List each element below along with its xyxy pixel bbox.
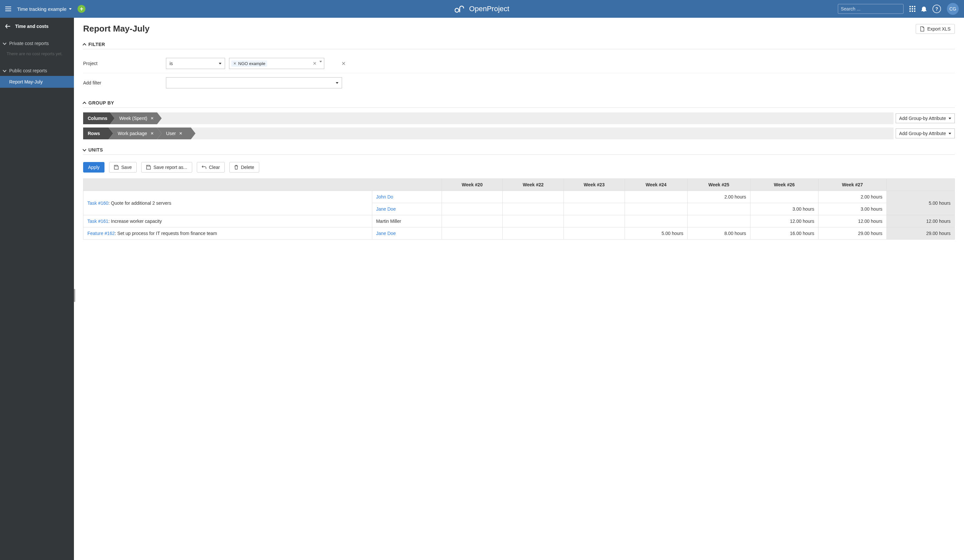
col-header: Week #24 (625, 179, 687, 191)
trash-icon (234, 165, 238, 169)
user-cell: Martin Miller (372, 215, 441, 228)
menu-toggle[interactable] (5, 7, 11, 11)
brand-logo: OpenProject (455, 5, 509, 13)
apply-button[interactable]: Apply (83, 162, 104, 173)
value-cell (441, 191, 503, 203)
notifications-icon[interactable] (921, 6, 927, 12)
page-title: Report May-July (83, 24, 150, 34)
row-total-cell: 29.00 hours (886, 228, 954, 239)
module-back[interactable]: Time and costs (0, 18, 74, 35)
value-cell: 12.00 hours (819, 215, 886, 228)
groupby-columns-label: Columns (83, 112, 115, 124)
chevron-down-icon (949, 118, 951, 119)
add-filter-select[interactable] (166, 77, 342, 88)
sidebar-resize-handle[interactable] (74, 289, 75, 302)
svg-rect-9 (909, 10, 911, 12)
value-cell (503, 215, 564, 228)
svg-rect-7 (912, 8, 913, 10)
value-cell (503, 191, 564, 203)
wp-link[interactable]: Task #161 (87, 218, 108, 224)
user-link[interactable]: John Do (376, 194, 393, 200)
value-cell (441, 215, 503, 228)
user-avatar[interactable]: CG (947, 3, 959, 15)
chevron-down-icon (336, 82, 339, 84)
chevron-down-icon (69, 8, 72, 10)
delete-button[interactable]: Delete (230, 162, 259, 173)
svg-rect-10 (912, 10, 913, 12)
add-column-attribute[interactable]: Add Group-by Attribute (896, 113, 955, 123)
add-filter-label: Add filter (83, 80, 162, 85)
chip-remove-icon[interactable]: ✕ (150, 131, 154, 136)
chevron-down-icon (949, 133, 951, 134)
value-cell: 5.00 hours (625, 228, 687, 239)
row-total-cell: 5.00 hours (886, 191, 954, 215)
groupby-track (157, 112, 893, 124)
chevron-down-icon (3, 41, 6, 45)
file-icon (920, 26, 925, 31)
svg-rect-4 (912, 6, 913, 7)
units-toggle[interactable]: UNITS (83, 147, 955, 155)
svg-rect-8 (914, 8, 915, 10)
col-header: Week #27 (819, 179, 886, 191)
chevron-up-icon (83, 101, 86, 105)
modules-icon[interactable] (909, 6, 915, 12)
value-cell (625, 203, 687, 215)
openproject-icon (455, 5, 466, 13)
arrow-left-icon (5, 24, 10, 29)
add-row-attribute[interactable]: Add Group-by Attribute (896, 129, 955, 138)
filter-project-label: Project (83, 61, 162, 66)
wp-cell: Feature #162: Set up process for IT requ… (83, 228, 372, 239)
project-name: Time tracking example (17, 6, 66, 12)
groupby-column-chip[interactable]: Week (Spent) ✕ (110, 112, 162, 124)
value-cell: 3.00 hours (750, 203, 818, 215)
user-cell: John Do (372, 191, 441, 203)
chip-remove-icon[interactable]: ✕ (233, 62, 236, 66)
value-cell: 29.00 hours (819, 228, 886, 239)
value-cell (441, 203, 503, 215)
table-row: Task #161: Increase worker capacityMarti… (83, 215, 955, 228)
chevron-down-icon (319, 61, 322, 66)
help-icon[interactable]: ? (933, 5, 941, 13)
filter-chip: ✕ NGO example (231, 60, 267, 67)
filter-value-select[interactable]: ✕ NGO example ✕ (229, 58, 324, 69)
table-row: Feature #162: Set up process for IT requ… (83, 228, 955, 239)
filter-remove-icon[interactable]: ✕ (341, 60, 346, 67)
project-selector[interactable]: Time tracking example (17, 6, 72, 12)
col-header: Week #20 (441, 179, 503, 191)
sidebar-public-reports[interactable]: Public cost reports (0, 65, 74, 76)
value-cell (441, 228, 503, 239)
chip-remove-icon[interactable]: ✕ (179, 131, 182, 136)
col-header: Week #22 (503, 179, 564, 191)
value-cell: 2.00 hours (819, 191, 886, 203)
filter-toggle[interactable]: FILTER (83, 42, 955, 49)
groupby-row-chip[interactable]: Work package ✕ (108, 127, 161, 139)
clear-button[interactable]: Clear (197, 162, 225, 173)
col-header: Week #25 (687, 179, 750, 191)
groupby-row-chip[interactable]: User ✕ (157, 127, 196, 139)
value-cell: 2.00 hours (687, 191, 750, 203)
value-cell: 12.00 hours (750, 215, 818, 228)
filter-operator-select[interactable]: is (166, 58, 225, 69)
sidebar-private-reports[interactable]: Private cost reports (0, 38, 74, 49)
value-cell (503, 203, 564, 215)
save-icon (146, 165, 151, 169)
wp-link[interactable]: Feature #162 (87, 231, 115, 236)
value-cell (503, 228, 564, 239)
value-cell (687, 215, 750, 228)
sidebar-item-report[interactable]: Report May-July (0, 76, 74, 88)
search-input[interactable] (841, 6, 898, 11)
save-button[interactable]: Save (109, 162, 137, 173)
user-link[interactable]: Jane Doe (376, 231, 396, 236)
user-link[interactable]: Jane Doe (376, 207, 396, 212)
chevron-down-icon (3, 68, 6, 72)
search-wrap[interactable] (838, 4, 904, 14)
add-button[interactable]: + (78, 5, 85, 13)
export-xls-button[interactable]: Export XLS (916, 24, 955, 34)
wp-link[interactable]: Task #160 (87, 200, 108, 206)
groupby-toggle[interactable]: GROUP BY (83, 100, 955, 108)
value-cell (687, 203, 750, 215)
svg-point-0 (455, 8, 459, 12)
clear-icon[interactable]: ✕ (313, 61, 317, 66)
chip-remove-icon[interactable]: ✕ (150, 116, 154, 120)
save-as-button[interactable]: Save report as... (141, 162, 192, 173)
